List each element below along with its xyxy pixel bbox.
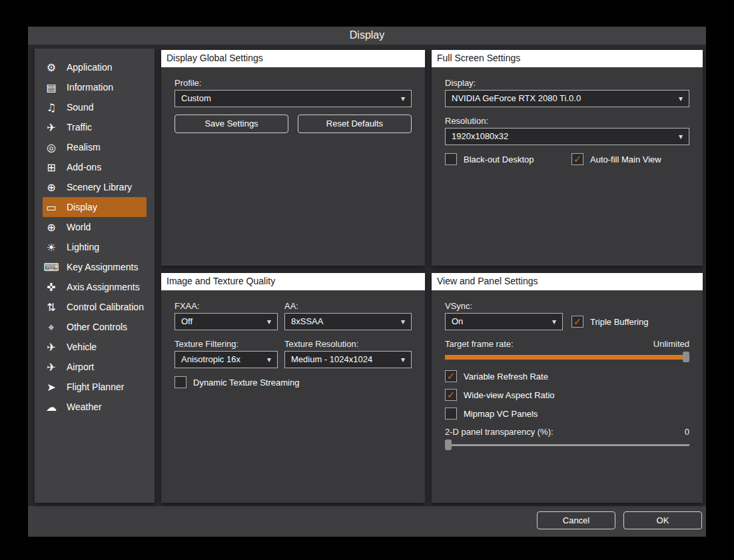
sidebar-item-application[interactable]: ⚙Application: [43, 57, 147, 77]
sidebar-item-airport[interactable]: ✈Airport: [43, 357, 147, 377]
sidebar-item-vehicle[interactable]: ✈Vehicle: [43, 337, 147, 357]
target-frame-rate-value: Unlimited: [609, 339, 689, 349]
gauge-icon: ◎: [43, 141, 60, 154]
sidebar-item-label: Control Calibration: [67, 302, 144, 312]
globe-icon: ⊕: [43, 221, 60, 234]
checkbox-label: Auto-fill Main View: [590, 154, 661, 164]
speaker-icon: ♫: [43, 101, 60, 114]
save-settings-button[interactable]: Save Settings: [175, 115, 288, 133]
sidebar-item-sound[interactable]: ♫Sound: [43, 97, 147, 117]
target-frame-rate-slider[interactable]: [445, 352, 689, 362]
sidebar-item-label: Add-ons: [67, 162, 101, 172]
sidebar-item-control-calibration[interactable]: ⇅Control Calibration: [43, 297, 147, 317]
checkbox-box[interactable]: ✓: [571, 316, 583, 328]
panel-view-panel-settings: View and Panel Settings VSync: On ✓ Trip…: [432, 273, 703, 503]
profile-label: Profile:: [175, 78, 201, 88]
sidebar-item-label: Information: [67, 82, 113, 93]
wide-view-aspect-ratio-checkbox[interactable]: ✓ Wide-view Aspect Ratio: [445, 389, 555, 401]
texture-filtering-dropdown-value: Anisotropic 16x: [181, 354, 240, 364]
planes-icon: ✈: [43, 121, 60, 134]
globe-box-icon: ⊕: [43, 181, 60, 194]
resolution-label: Resolution:: [445, 116, 488, 126]
sidebar-item-other-controls[interactable]: ⌖Other Controls: [43, 317, 147, 337]
sidebar-item-key-assignments[interactable]: ⌨Key Assignments: [43, 257, 147, 277]
panel-title: Image and Texture Quality: [161, 273, 425, 290]
mipmap-vc-panels-checkbox[interactable]: Mipmap VC Panels: [445, 408, 538, 420]
checkbox-box[interactable]: [175, 376, 186, 388]
reset-defaults-button[interactable]: Reset Defaults: [298, 115, 412, 133]
aa-label: AA:: [284, 301, 298, 311]
fxaa-dropdown-value: Off: [181, 316, 192, 326]
sidebar-item-label: Flight Planner: [67, 382, 124, 392]
sidebar-item-label: Vehicle: [67, 342, 97, 352]
sidebar-item-label: Weather: [67, 402, 102, 412]
sidebar-item-scenery-library[interactable]: ⊕Scenery Library: [43, 177, 147, 197]
weather-cloud-icon: ☁: [43, 401, 60, 414]
panel-transparency-value: 0: [649, 427, 689, 437]
airport-plane-icon: ✈: [43, 361, 60, 374]
checkbox-label: Black-out Desktop: [464, 154, 534, 164]
resolution-dropdown[interactable]: 1920x1080x32: [445, 128, 689, 145]
display-adapter-label: Display:: [445, 78, 476, 88]
sidebar-item-world[interactable]: ⊕World: [43, 217, 147, 237]
sidebar-item-traffic[interactable]: ✈Traffic: [43, 117, 147, 137]
slider-thumb[interactable]: [683, 352, 689, 362]
profile-dropdown-value: Custom: [181, 93, 211, 103]
panel-transparency-slider[interactable]: [445, 439, 689, 450]
checkbox-label: Mipmap VC Panels: [464, 409, 538, 419]
sidebar-item-label: Other Controls: [67, 322, 127, 332]
sidebar-item-weather[interactable]: ☁Weather: [43, 397, 147, 417]
joystick-icon: ✜: [43, 281, 60, 294]
texture-resolution-dropdown-value: Medium - 1024x1024: [291, 354, 372, 364]
addon-box-icon: ⊞: [43, 161, 60, 174]
settings-sidebar: ⚙Application▤Information♫Sound✈Traffic◎R…: [35, 49, 155, 503]
sidebar-item-label: Realism: [67, 142, 101, 152]
sidebar-item-flight-planner[interactable]: ➤Flight Planner: [43, 377, 147, 397]
triple-buffering-checkbox[interactable]: ✓ Triple Buffering: [571, 316, 648, 328]
profile-dropdown[interactable]: Custom: [175, 90, 412, 107]
panel-title: Full Screen Settings: [432, 50, 703, 67]
texture-filtering-label: Texture Filtering:: [175, 339, 238, 349]
texture-filtering-dropdown[interactable]: Anisotropic 16x: [175, 351, 278, 368]
sidebar-item-add-ons[interactable]: ⊞Add-ons: [43, 157, 147, 177]
monitor-icon: ▭: [43, 201, 60, 214]
target-frame-rate-label: Target frame rate:: [445, 339, 514, 349]
sidebar-item-information[interactable]: ▤Information: [43, 77, 147, 97]
slider-thumb[interactable]: [445, 439, 452, 450]
checkbox-box[interactable]: [445, 153, 457, 165]
checkbox-box[interactable]: ✓: [571, 153, 583, 165]
vsync-dropdown[interactable]: On: [445, 313, 563, 330]
display-adapter-dropdown-value: NVIDIA GeForce RTX 2080 Ti.0.0: [452, 93, 581, 103]
checkbox-box[interactable]: ✓: [445, 370, 457, 382]
display-adapter-dropdown[interactable]: NVIDIA GeForce RTX 2080 Ti.0.0: [445, 90, 689, 107]
sidebar-item-label: Lighting: [67, 242, 99, 252]
panel-title: View and Panel Settings: [432, 273, 703, 290]
slider-track[interactable]: [445, 355, 689, 360]
sidebar-item-lighting[interactable]: ☀Lighting: [43, 237, 147, 257]
sidebar-item-label: Key Assignments: [67, 262, 138, 272]
flight-route-icon: ➤: [43, 381, 60, 394]
variable-refresh-rate-checkbox[interactable]: ✓ Variable Refresh Rate: [445, 370, 548, 382]
resolution-dropdown-value: 1920x1080x32: [452, 131, 508, 141]
dynamic-texture-streaming-checkbox[interactable]: Dynamic Texture Streaming: [175, 376, 299, 388]
sidebar-item-label: Axis Assignments: [67, 282, 140, 292]
ok-button[interactable]: OK: [623, 511, 702, 529]
slider-track[interactable]: [445, 444, 689, 446]
cancel-button[interactable]: Cancel: [537, 511, 615, 529]
autofill-main-view-checkbox[interactable]: ✓ Auto-fill Main View: [571, 153, 661, 165]
blackout-desktop-checkbox[interactable]: Black-out Desktop: [445, 153, 534, 165]
panel-image-texture-quality: Image and Texture Quality FXAA: AA: Off …: [161, 273, 425, 503]
sidebar-item-axis-assignments[interactable]: ✜Axis Assignments: [43, 277, 147, 297]
sidebar-item-display[interactable]: ▭Display: [43, 197, 147, 217]
checkbox-box[interactable]: [445, 408, 457, 420]
panel-title: Display Global Settings: [161, 50, 425, 67]
aa-dropdown[interactable]: 8xSSAA: [284, 313, 412, 330]
checkbox-box[interactable]: ✓: [445, 389, 457, 401]
sidebar-item-label: Traffic: [67, 122, 92, 133]
sliders-icon: ⇅: [43, 301, 60, 314]
texture-resolution-dropdown[interactable]: Medium - 1024x1024: [284, 351, 412, 368]
mouse-icon: ⌖: [43, 321, 60, 334]
sidebar-item-realism[interactable]: ◎Realism: [43, 137, 147, 157]
fxaa-dropdown[interactable]: Off: [175, 313, 278, 330]
gears-icon: ⚙: [43, 61, 60, 74]
